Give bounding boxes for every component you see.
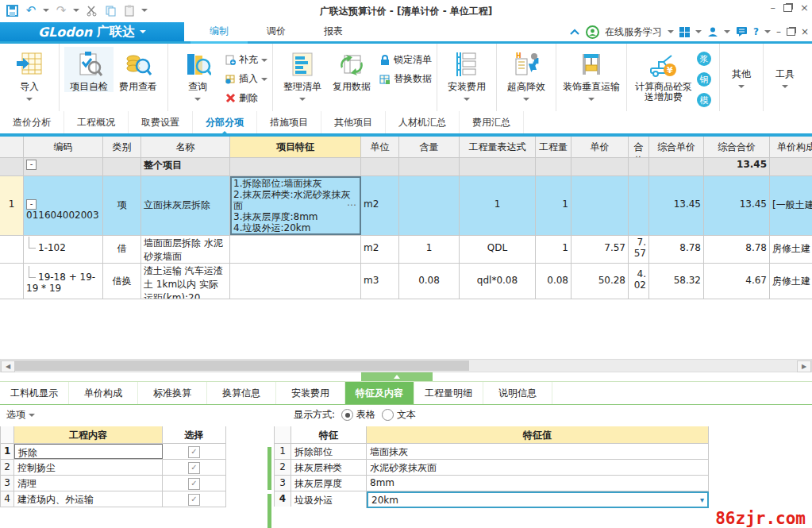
- cell-quantity[interactable]: [536, 158, 571, 175]
- menu-item-tiaojia[interactable]: 调价: [248, 22, 305, 41]
- reuse-data-button[interactable]: 复用数据: [327, 47, 376, 92]
- user-dropdown-icon[interactable]: [724, 30, 730, 33]
- cell-expression[interactable]: QDL: [460, 236, 536, 263]
- feature-value-cell[interactable]: 墙面抹灰: [367, 444, 709, 459]
- lock-list-button[interactable]: 锁定清单: [379, 53, 432, 67]
- other-button[interactable]: 其他: [725, 47, 758, 91]
- cell-comp-total[interactable]: 4.67: [704, 264, 770, 299]
- insert-button[interactable]: 插入: [225, 72, 267, 86]
- panel-collapse-handle[interactable]: [361, 372, 433, 381]
- close2-icon[interactable]: ×: [801, 26, 809, 37]
- cell-category[interactable]: [103, 158, 141, 175]
- tab-conversion-info[interactable]: 换算信息: [207, 382, 276, 404]
- tab-fee-summary[interactable]: 费用汇总: [460, 111, 524, 133]
- row-number-cell[interactable]: [0, 264, 24, 299]
- cell-comp-price[interactable]: [649, 158, 704, 175]
- tab-cost-analysis[interactable]: 造价分析: [0, 111, 64, 133]
- cell-content[interactable]: 1: [399, 236, 460, 263]
- checkbox-checked[interactable]: ✓: [188, 494, 200, 506]
- header-unit[interactable]: 单位: [361, 137, 399, 157]
- feature-value-cell[interactable]: 水泥砂浆抹灰面: [367, 460, 709, 475]
- tab-other-items[interactable]: 其他项目: [321, 111, 386, 133]
- cell-expression[interactable]: [460, 158, 536, 175]
- cell-unit[interactable]: [361, 158, 399, 175]
- scrollbar-thumb[interactable]: [14, 360, 469, 371]
- import-dropdown-icon[interactable]: [26, 98, 33, 101]
- cell-content[interactable]: [399, 158, 460, 175]
- tab-price-composition[interactable]: 单价构成: [69, 382, 138, 404]
- select-all-corner[interactable]: [0, 137, 24, 157]
- replace-data-button[interactable]: 替换数据: [379, 72, 432, 86]
- cell-name[interactable]: 渣土运输 汽车运渣土 1km以内 实际运距(km):20: [141, 264, 230, 299]
- work-content-cell[interactable]: 拆除: [14, 444, 163, 459]
- cell-comp-price[interactable]: 8.78: [649, 236, 704, 263]
- cell-cost-group[interactable]: [一般土建: [770, 176, 812, 235]
- delete-button[interactable]: 删除: [225, 91, 267, 105]
- table-row-item-2[interactable]: 1-102 借 墙面面层拆除 水泥砂浆墙面 m2 1 QDL 1 7.57 7.…: [0, 236, 812, 264]
- tab-project-overview[interactable]: 工程概况: [64, 111, 129, 133]
- cell-feature[interactable]: [230, 158, 361, 175]
- project-selfcheck-button[interactable]: 项目自检: [64, 47, 114, 92]
- cell-unit-price[interactable]: [571, 158, 629, 175]
- cell-quantity[interactable]: 1: [536, 236, 571, 263]
- table-row-summary[interactable]: - 整个项目 13.45: [0, 158, 812, 176]
- cell-expression[interactable]: qdl*0.08: [460, 264, 536, 299]
- app-logo[interactable]: GLodon广联达: [0, 22, 184, 41]
- radio-table-option[interactable]: 表格: [341, 408, 375, 422]
- tab-standard-conversion[interactable]: 标准换算: [138, 382, 207, 404]
- row-number-cell[interactable]: [0, 236, 24, 263]
- badge-gang[interactable]: 钢: [697, 72, 711, 87]
- cell-unit-price[interactable]: 7.57: [571, 236, 629, 263]
- logo-dropdown-icon[interactable]: [140, 30, 146, 33]
- tab-description-info[interactable]: 说明信息: [483, 382, 552, 404]
- cell-cost-group[interactable]: [770, 158, 812, 175]
- cell-cost-group[interactable]: 房修土建: [770, 264, 812, 299]
- feature-name-cell[interactable]: 抹灰层厚度: [291, 476, 367, 491]
- cell-category[interactable]: 项: [103, 176, 141, 235]
- header-quantity[interactable]: 工程量: [536, 137, 571, 157]
- online-service-icon[interactable]: [586, 25, 599, 39]
- options-button[interactable]: 选项: [6, 408, 35, 422]
- cell-code[interactable]: 1-102: [24, 236, 103, 263]
- checkbox-checked[interactable]: ✓: [188, 462, 200, 474]
- feature-value-cell[interactable]: 8mm: [367, 476, 709, 491]
- vertical-transport-dropdown-icon[interactable]: [588, 98, 595, 101]
- cell-comp-price[interactable]: 13.45: [649, 176, 704, 235]
- feature-name-cell[interactable]: 垃圾外运: [291, 491, 367, 508]
- apps-dropdown-icon[interactable]: [695, 30, 702, 33]
- restore2-icon[interactable]: [787, 28, 795, 36]
- vertical-transport-button[interactable]: 装饰垂直运输: [561, 47, 622, 103]
- feature-name-cell[interactable]: 抹灰层种类: [291, 460, 367, 475]
- tab-quantity-detail[interactable]: 工程量明细: [414, 382, 483, 404]
- work-content-cell[interactable]: 建渣场内、外运输: [14, 491, 163, 507]
- cell-cost-group[interactable]: 房修土建: [770, 236, 812, 263]
- collapse-toggle-icon[interactable]: -: [26, 160, 37, 170]
- header-cost-group[interactable]: 单价构成: [770, 137, 812, 157]
- install-fee-dropdown-icon[interactable]: [464, 98, 470, 101]
- cell-comp-total[interactable]: 8.78: [704, 236, 770, 263]
- menu-item-bianzhi[interactable]: 编制: [190, 22, 248, 44]
- collapse-ribbon-icon[interactable]: [569, 28, 580, 36]
- cell-expression[interactable]: 1: [460, 176, 536, 235]
- cell-unit-price[interactable]: [571, 176, 629, 235]
- cell-name[interactable]: 墙面面层拆除 水泥砂浆墙面: [141, 236, 230, 263]
- work-content-row[interactable]: 4 建渣场内、外运输 ✓: [0, 491, 226, 507]
- feature-row[interactable]: 1 拆除部位 墙面抹灰: [274, 444, 709, 460]
- user-icon[interactable]: [707, 26, 718, 37]
- other-dropdown-icon[interactable]: [738, 85, 745, 88]
- pump-fee-button[interactable]: ¥ 计算商品砼泵送增加费: [632, 47, 695, 102]
- collapse-toggle-icon[interactable]: -: [26, 199, 37, 210]
- query-button[interactable]: 查询: [173, 47, 222, 103]
- tools-dropdown-icon[interactable]: [782, 85, 788, 88]
- cell-unit[interactable]: m2: [361, 236, 399, 263]
- header-feature[interactable]: 项目特征: [230, 137, 361, 157]
- apps-grid-icon[interactable]: [679, 27, 690, 37]
- header-code[interactable]: 编码: [24, 137, 103, 157]
- cell-content[interactable]: 0.08: [399, 264, 460, 299]
- feature-row[interactable]: 3 抹灰层厚度 8mm: [274, 476, 709, 491]
- tools-button[interactable]: 工具: [768, 47, 802, 91]
- fee-view-button[interactable]: 费用查看: [114, 47, 163, 92]
- radio-text-option[interactable]: 文本: [382, 408, 416, 422]
- feature-value-editor[interactable]: 20km ▾: [367, 491, 709, 508]
- feature-name-cell[interactable]: 拆除部位: [291, 444, 367, 459]
